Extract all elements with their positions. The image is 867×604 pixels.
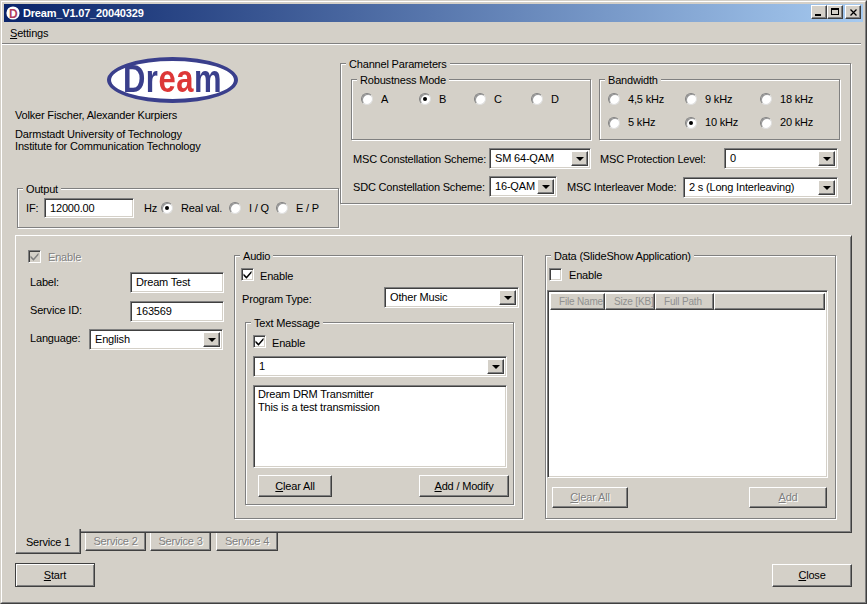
svg-text:D: D [9,7,18,21]
